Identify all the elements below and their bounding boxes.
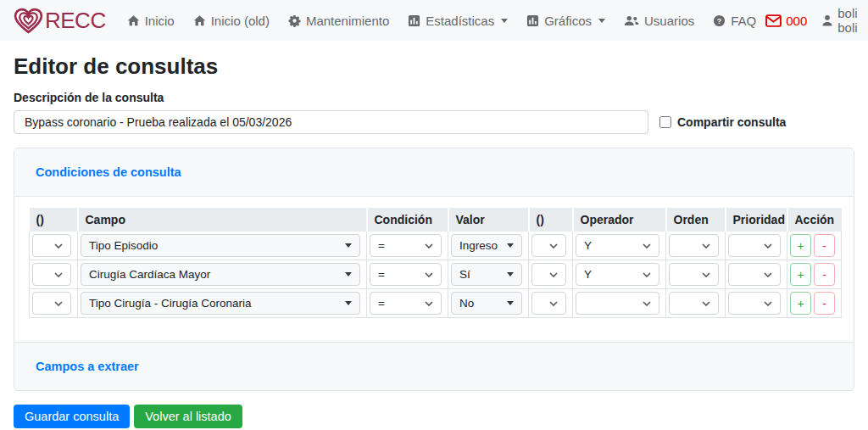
caret-down-icon (507, 243, 514, 248)
paren-close-select[interactable] (531, 292, 566, 315)
paren-open-select[interactable] (32, 292, 71, 315)
remove-condition-button[interactable]: - (814, 263, 835, 286)
priority-select[interactable] (728, 263, 781, 286)
user-menu[interactable]: boli boli (821, 6, 857, 35)
col-paren-open: () (30, 208, 78, 232)
order-select[interactable] (669, 263, 719, 286)
chevron-down-icon (764, 272, 772, 277)
conditions-section-header: Condiciones de consulta (14, 148, 854, 197)
paren-close-select[interactable] (531, 234, 566, 257)
chevron-down-icon (643, 243, 651, 249)
nav-label: FAQ (731, 14, 756, 28)
add-condition-button[interactable]: + (790, 263, 811, 286)
chevron-down-icon (425, 272, 433, 277)
chevron-down-icon (702, 272, 710, 277)
operator-select[interactable] (576, 292, 659, 315)
save-query-button[interactable]: Guardar consulta (14, 405, 130, 428)
nav-item-usuarios[interactable]: Usuarios (615, 14, 704, 28)
value-select[interactable]: Sí (451, 263, 522, 286)
question-circle-icon: ? (713, 14, 726, 27)
navbar-right: 000 boli boli Salir (765, 6, 868, 35)
nav-label: Mantenimiento (306, 14, 389, 28)
condition-select[interactable]: = (370, 292, 442, 315)
caret-down-icon (507, 301, 514, 305)
share-label: Compartir consulta (677, 115, 786, 129)
paren-open-select[interactable] (32, 234, 71, 257)
top-navbar: RECC Inicio Inicio (old) Mantenimiento E… (0, 0, 868, 41)
condition-select[interactable]: = (370, 263, 442, 286)
nav-item-estadisticas[interactable]: Estadísticas (398, 14, 517, 28)
add-condition-button[interactable]: + (790, 234, 811, 257)
order-select[interactable] (669, 234, 719, 257)
field-select[interactable]: Tipo Episodio (81, 234, 360, 257)
caret-down-icon (345, 301, 352, 305)
users-icon (624, 15, 639, 26)
bar-chart-icon (526, 14, 539, 27)
col-operador: Operador (573, 208, 666, 232)
condition-select[interactable]: = (370, 234, 442, 257)
envelope-icon (765, 14, 782, 27)
conditions-section-body: () Campo Condición Valor () Operador Ord… (14, 197, 854, 342)
paren-open-select[interactable] (32, 263, 71, 286)
chevron-down-icon (702, 243, 710, 249)
nav-item-graficos[interactable]: Gráficos (517, 14, 615, 28)
home-icon (193, 14, 206, 27)
chevron-down-icon (702, 301, 710, 306)
description-label: Descripción de la consulta (14, 91, 854, 104)
operator-select[interactable]: Y (576, 263, 659, 286)
nav-links: Inicio Inicio (old) Mantenimiento Estadí… (118, 14, 766, 28)
chevron-down-icon (425, 243, 433, 249)
chevron-down-icon (425, 301, 433, 306)
share-checkbox[interactable] (659, 116, 671, 128)
nav-item-faq[interactable]: ? FAQ (704, 14, 765, 28)
chevron-down-icon (54, 243, 63, 249)
remove-condition-button[interactable]: - (814, 292, 835, 315)
nav-item-inicio[interactable]: Inicio (118, 14, 184, 28)
conditions-section-toggle[interactable]: Condiciones de consulta (36, 165, 181, 179)
back-to-list-button[interactable]: Volver al listado (134, 405, 242, 428)
remove-condition-button[interactable]: - (814, 234, 835, 257)
chevron-down-icon (764, 301, 772, 306)
chevron-down-icon (54, 272, 63, 277)
brand-logo[interactable]: RECC (14, 8, 106, 34)
field-select[interactable]: Cirugía Cardíaca Mayor (81, 263, 360, 286)
user-icon (821, 14, 833, 26)
condition-row: Tipo Cirugía - Cirugía Coronaria = No +- (30, 289, 842, 318)
nav-label: Gráficos (544, 14, 592, 28)
messages-link[interactable]: 000 (765, 14, 807, 28)
col-campo: Campo (78, 208, 367, 232)
nav-item-inicio-old[interactable]: Inicio (old) (184, 14, 279, 28)
operator-select[interactable]: Y (576, 234, 659, 257)
nav-label: Inicio (145, 14, 175, 28)
col-prioridad: Prioridad (726, 208, 787, 232)
col-accion: Acción (787, 208, 842, 232)
add-condition-button[interactable]: + (790, 292, 811, 315)
nav-label: Estadísticas (426, 14, 494, 28)
condition-row: Cirugía Cardíaca Mayor = Sí Y +- (30, 260, 842, 289)
nav-label: Inicio (old) (211, 14, 270, 28)
bar-chart-icon (408, 14, 420, 27)
footer-actions: Guardar consulta Volver al listado (14, 405, 854, 428)
value-select[interactable]: No (451, 292, 522, 315)
caret-down-icon (345, 243, 352, 248)
nav-item-mantenimiento[interactable]: Mantenimiento (279, 14, 398, 28)
priority-select[interactable] (728, 292, 781, 315)
nav-label: Usuarios (644, 14, 694, 28)
caret-down-icon (345, 272, 352, 276)
field-select[interactable]: Tipo Cirugía - Cirugía Coronaria (81, 292, 360, 315)
chevron-down-icon (643, 272, 651, 277)
description-input[interactable] (14, 110, 648, 134)
chevron-down-icon (643, 301, 651, 306)
value-select[interactable]: Ingreso (451, 234, 522, 257)
col-valor: Valor (448, 208, 529, 232)
svg-text:?: ? (717, 16, 721, 25)
heart-logo-icon (14, 8, 43, 34)
order-select[interactable] (669, 292, 719, 315)
extract-section-toggle[interactable]: Campos a extraer (36, 360, 139, 373)
col-paren-close: () (529, 208, 573, 232)
priority-select[interactable] (728, 234, 781, 257)
query-card: Condiciones de consulta () Campo Condici… (14, 148, 854, 391)
chevron-down-icon (549, 272, 558, 277)
extract-section-header: Campos a extraer (14, 342, 854, 390)
paren-close-select[interactable] (531, 263, 566, 286)
